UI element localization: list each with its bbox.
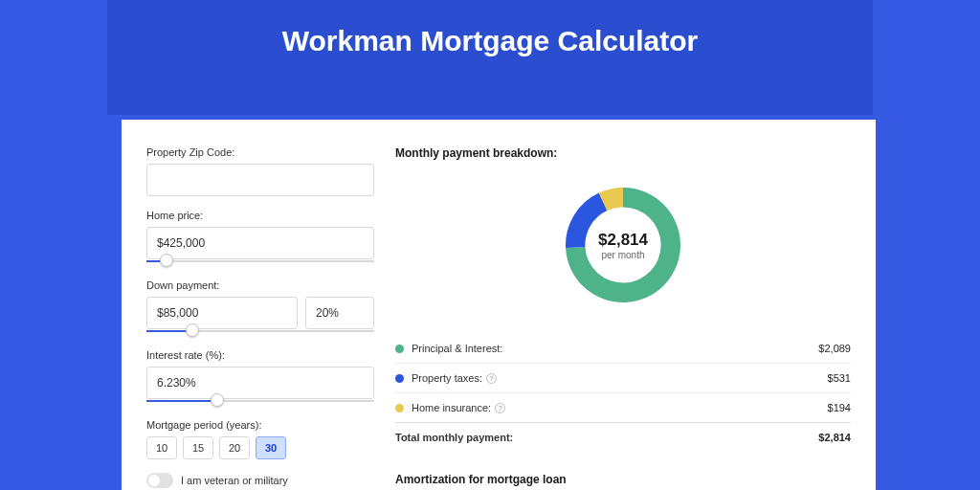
form-column: Property Zip Code: Home price: Down paym… (146, 146, 374, 490)
legend-label: Property taxes: ? (412, 372, 828, 384)
amortization-block: Amortization for mortgage loan Amortizat… (395, 473, 851, 490)
donut: $2,814 per month (563, 185, 683, 305)
total-label: Total monthly payment: (395, 432, 818, 443)
interest-slider[interactable] (146, 398, 374, 406)
veteran-toggle[interactable] (146, 473, 173, 488)
total-row: Total monthly payment: $2,814 (395, 422, 851, 452)
donut-chart: $2,814 per month (395, 173, 851, 317)
home-price-input[interactable] (146, 227, 374, 259)
home-price-field: Home price: (146, 210, 374, 266)
home-price-label: Home price: (146, 210, 374, 221)
page-title: Workman Mortgage Calculator (107, 0, 873, 57)
legend-row: Property taxes: ?$531 (395, 363, 851, 392)
period-field: Mortgage period (years): 10152030 (146, 419, 374, 459)
period-btn-20[interactable]: 20 (219, 436, 250, 459)
toggle-knob (148, 475, 160, 486)
zip-field: Property Zip Code: (146, 146, 374, 196)
slider-fill (146, 400, 217, 402)
down-payment-label: Down payment: (146, 279, 374, 291)
total-value: $2,814 (818, 432, 851, 443)
breakdown-column: Monthly payment breakdown: $2,814 per mo… (395, 146, 851, 490)
blue-dot-icon (395, 374, 404, 383)
legend-label: Home insurance: ? (412, 402, 828, 413)
down-payment-field: Down payment: (146, 279, 374, 336)
yellow-dot-icon (395, 404, 404, 412)
interest-input[interactable] (146, 367, 374, 399)
period-row: 10152030 (146, 436, 374, 459)
header-band: Workman Mortgage Calculator (107, 0, 873, 115)
donut-sub: per month (601, 250, 644, 260)
slider-thumb[interactable] (211, 393, 224, 407)
slider-thumb[interactable] (186, 323, 199, 337)
slider-thumb[interactable] (160, 254, 173, 267)
legend-row: Home insurance: ?$194 (395, 392, 851, 422)
zip-input[interactable] (146, 164, 374, 196)
legend: Principal & Interest:$2,089Property taxe… (395, 334, 851, 422)
period-btn-15[interactable]: 15 (183, 436, 213, 459)
interest-field: Interest rate (%): (146, 349, 374, 406)
interest-label: Interest rate (%): (146, 349, 374, 361)
legend-value: $194 (828, 402, 851, 413)
help-icon[interactable]: ? (495, 403, 505, 413)
donut-center: $2,814 per month (563, 185, 683, 305)
legend-value: $2,089 (818, 343, 851, 354)
green-dot-icon (395, 345, 404, 353)
home-price-slider[interactable] (146, 258, 374, 266)
slider-track (146, 260, 374, 262)
legend-label: Principal & Interest: (412, 343, 818, 354)
down-payment-pct-input[interactable] (305, 297, 374, 329)
period-btn-10[interactable]: 10 (146, 436, 177, 459)
legend-value: $531 (828, 372, 851, 384)
down-payment-slider[interactable] (146, 328, 374, 336)
donut-amount: $2,814 (598, 231, 648, 250)
help-icon[interactable]: ? (486, 373, 497, 384)
amortization-title: Amortization for mortgage loan (395, 473, 851, 486)
legend-row: Principal & Interest:$2,089 (395, 334, 851, 363)
breakdown-title: Monthly payment breakdown: (395, 146, 851, 160)
veteran-label: I am veteran or military (181, 475, 288, 486)
down-payment-input[interactable] (146, 297, 298, 329)
zip-label: Property Zip Code: (146, 146, 374, 158)
veteran-row: I am veteran or military (146, 473, 374, 488)
calculator-panel: Property Zip Code: Home price: Down paym… (122, 120, 876, 490)
down-payment-row (146, 297, 374, 329)
period-btn-30[interactable]: 30 (256, 436, 286, 459)
period-label: Mortgage period (years): (146, 419, 374, 431)
